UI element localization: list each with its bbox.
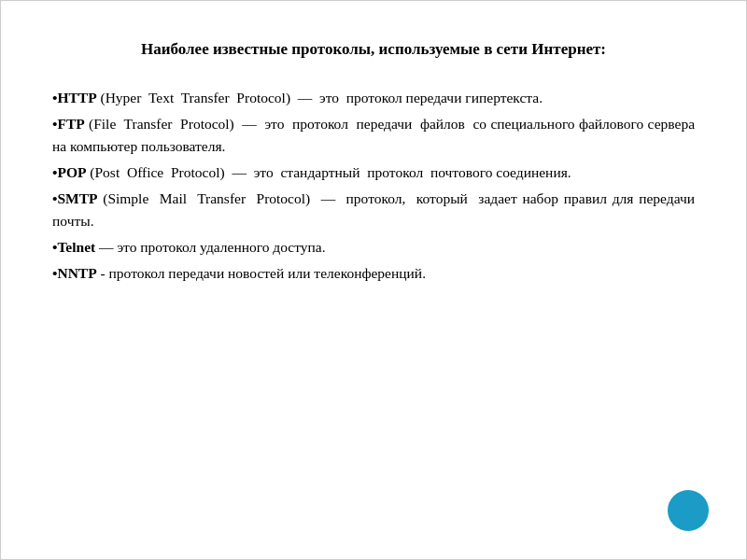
proto-name-smtp: SMTP [57, 190, 97, 206]
slide-container: Наиболее известные протоколы, используем… [0, 0, 747, 560]
protocol-ftp: •FTP (File Transfer Protocol) — это прот… [52, 113, 695, 158]
proto-name-telnet: Telnet [57, 239, 95, 255]
proto-desc-nntp: - протокол передачи новостей или телекон… [97, 265, 426, 281]
protocol-http: •HTTP (Hyper Text Transfer Protocol) — э… [52, 87, 695, 109]
circle-button[interactable] [668, 490, 709, 531]
protocol-telnet: •Telnet — это протокол удаленного доступ… [52, 236, 695, 259]
proto-desc-http: (Hyper Text Transfer Protocol) — это про… [101, 90, 543, 105]
proto-desc-pop: (Post Office Protocol) — это стандартный… [90, 164, 571, 180]
slide-title: Наиболее известные протоколы, используем… [52, 38, 695, 61]
proto-desc-smtp: (Simple Mail Transfer Protocol) — проток… [52, 190, 695, 229]
proto-name-nntp: NNTP [57, 265, 96, 281]
protocol-smtp: •SMTP (Simple Mail Transfer Protocol) — … [52, 188, 695, 232]
content-area: •HTTP (Hyper Text Transfer Protocol) — э… [52, 87, 695, 522]
proto-name-http: HTTP [57, 90, 96, 105]
protocol-nntp: •NNTP - протокол передачи новостей или т… [52, 262, 695, 285]
proto-desc-telnet: — это протокол удаленного доступа. [95, 239, 325, 255]
proto-name-ftp: FTP [57, 116, 84, 132]
proto-name-pop: POP [57, 164, 86, 180]
protocol-pop: •POP (Post Office Protocol) — это станда… [52, 161, 695, 184]
proto-desc-ftp: (File Transfer Protocol) — это протокол … [52, 116, 695, 154]
